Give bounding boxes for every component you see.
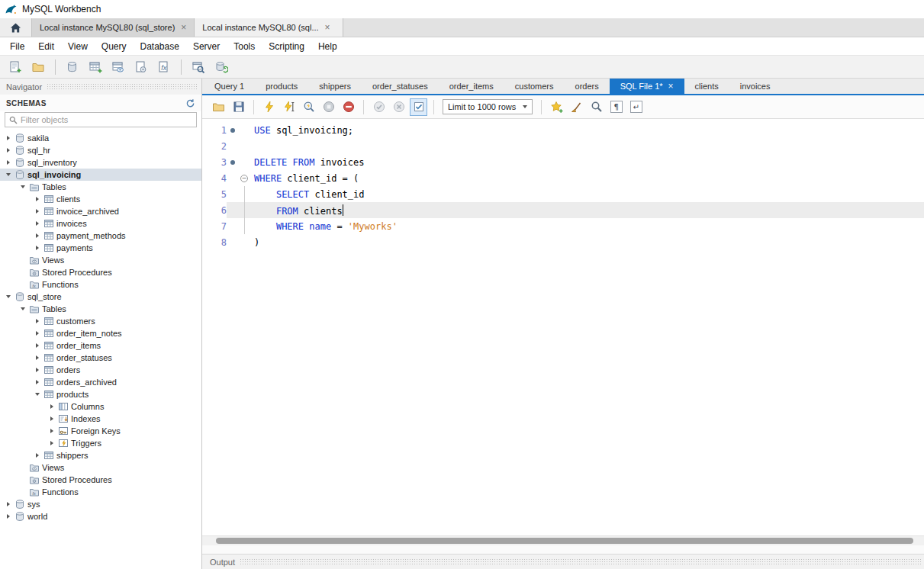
expand-arrow-icon[interactable] bbox=[32, 233, 42, 238]
collapse-arrow-icon[interactable] bbox=[3, 173, 13, 176]
menu-file[interactable]: File bbox=[3, 37, 31, 55]
limit-rows-dropdown[interactable]: Limit to 1000 rows bbox=[443, 99, 533, 114]
expand-arrow-icon[interactable] bbox=[32, 221, 42, 226]
tree-item-payment-methods[interactable]: payment_methods bbox=[0, 230, 201, 242]
tree-item-sakila[interactable]: sakila bbox=[0, 132, 201, 144]
tree-item-clients[interactable]: clients bbox=[0, 193, 201, 205]
tree-item-sql-store[interactable]: sql_store bbox=[0, 291, 201, 303]
query-tab-clients[interactable]: clients bbox=[684, 79, 729, 94]
scrollbar-thumb[interactable] bbox=[216, 538, 913, 544]
menu-database[interactable]: Database bbox=[134, 37, 186, 55]
tree-item-functions[interactable]: fxFunctions bbox=[0, 278, 201, 291]
expand-arrow-icon[interactable] bbox=[47, 429, 56, 433]
code-line-6[interactable]: 6 FROM clients bbox=[202, 202, 924, 218]
execute-icon[interactable] bbox=[260, 98, 278, 116]
code-line-1[interactable]: 1USE sql_invoicing; bbox=[202, 122, 924, 138]
code-line-2[interactable]: 2 bbox=[202, 138, 924, 154]
home-tab[interactable] bbox=[0, 18, 32, 37]
collapse-arrow-icon[interactable] bbox=[3, 295, 13, 298]
tree-item-world[interactable]: world bbox=[0, 510, 201, 522]
expand-arrow-icon[interactable] bbox=[32, 355, 42, 360]
menu-edit[interactable]: Edit bbox=[31, 37, 61, 55]
expand-arrow-icon[interactable] bbox=[47, 441, 56, 445]
expand-arrow-icon[interactable] bbox=[3, 502, 13, 506]
panel-splitter[interactable] bbox=[202, 545, 924, 554]
query-tab-orders[interactable]: orders bbox=[565, 79, 610, 94]
expand-arrow-icon[interactable] bbox=[32, 197, 42, 201]
create-view-icon[interactable] bbox=[109, 58, 127, 76]
create-schema-icon[interactable] bbox=[63, 58, 82, 76]
expand-arrow-icon[interactable] bbox=[47, 416, 56, 421]
tree-item-sql-invoicing[interactable]: sql_invoicing bbox=[0, 169, 201, 181]
new-sql-tab-icon[interactable] bbox=[6, 58, 24, 76]
expand-arrow-icon[interactable] bbox=[3, 148, 13, 153]
code-line-5[interactable]: 5 SELECT client_id bbox=[202, 186, 924, 202]
tree-item-products[interactable]: products bbox=[0, 388, 201, 400]
tree-item-tables[interactable]: Tables bbox=[0, 181, 201, 193]
tree-item-functions[interactable]: fxFunctions bbox=[0, 486, 201, 498]
autocommit-icon[interactable] bbox=[410, 98, 427, 116]
collapse-arrow-icon[interactable] bbox=[18, 307, 27, 310]
execute-current-icon[interactable] bbox=[280, 98, 298, 116]
rollback-icon[interactable] bbox=[390, 98, 407, 116]
code-line-7[interactable]: 7 WHERE name = 'Myworks' bbox=[202, 218, 924, 234]
collapse-arrow-icon[interactable] bbox=[32, 393, 42, 396]
expand-arrow-icon[interactable] bbox=[32, 343, 42, 348]
tree-item-triggers[interactable]: Triggers bbox=[0, 437, 201, 449]
search-data-icon[interactable] bbox=[189, 58, 208, 76]
stop-icon[interactable] bbox=[320, 98, 337, 116]
expand-arrow-icon[interactable] bbox=[3, 136, 13, 140]
expand-arrow-icon[interactable] bbox=[32, 331, 42, 336]
code-line-8[interactable]: 8) bbox=[202, 234, 924, 250]
connection-tab-2[interactable]: Local instance MySQL80 (sql...× bbox=[195, 18, 343, 37]
create-procedure-icon[interactable] bbox=[132, 58, 150, 76]
expand-arrow-icon[interactable] bbox=[32, 453, 42, 458]
tree-item-views[interactable]: Views bbox=[0, 461, 201, 474]
expand-arrow-icon[interactable] bbox=[32, 380, 42, 384]
tree-item-stored-procedures[interactable]: Stored Procedures bbox=[0, 266, 201, 278]
find-icon[interactable] bbox=[588, 98, 605, 116]
menu-server[interactable]: Server bbox=[186, 37, 227, 55]
expand-arrow-icon[interactable] bbox=[3, 160, 13, 165]
tree-item-foreign-keys[interactable]: Foreign Keys bbox=[0, 425, 201, 437]
query-tab-shippers[interactable]: shippers bbox=[308, 79, 362, 94]
tree-item-payments[interactable]: payments bbox=[0, 242, 201, 254]
create-function-icon[interactable]: fx bbox=[155, 58, 173, 76]
tree-item-orders-archived[interactable]: orders_archived bbox=[0, 376, 201, 388]
horizontal-scrollbar[interactable] bbox=[202, 535, 924, 545]
tree-item-order-items[interactable]: order_items bbox=[0, 339, 201, 352]
tree-item-invoice-archived[interactable]: invoice_archived bbox=[0, 205, 201, 217]
open-script-icon[interactable] bbox=[210, 98, 227, 116]
code-line-3[interactable]: 3DELETE FROM invoices bbox=[202, 154, 924, 170]
query-tab-query-1[interactable]: Query 1 bbox=[204, 79, 255, 94]
close-tab-icon[interactable]: × bbox=[668, 82, 674, 91]
menu-tools[interactable]: Tools bbox=[227, 37, 262, 55]
refresh-schemas-icon[interactable] bbox=[185, 98, 195, 108]
query-tab-products[interactable]: products bbox=[255, 79, 308, 94]
tree-item-sys[interactable]: sys bbox=[0, 498, 201, 510]
sql-editor[interactable]: 1USE sql_invoicing;23DELETE FROM invoice… bbox=[202, 119, 924, 535]
invisible-chars-icon[interactable]: ¶ bbox=[607, 98, 625, 116]
collapse-arrow-icon[interactable] bbox=[18, 185, 27, 188]
code-line-4[interactable]: 4–WHERE client_id = ( bbox=[202, 170, 924, 186]
close-tab-icon[interactable]: × bbox=[181, 23, 186, 32]
fold-collapse-icon[interactable]: – bbox=[240, 175, 248, 182]
stop-on-error-icon[interactable] bbox=[340, 98, 357, 116]
tree-item-orders[interactable]: orders bbox=[0, 364, 201, 376]
tree-item-order-item-notes[interactable]: order_item_notes bbox=[0, 327, 201, 339]
save-script-icon[interactable] bbox=[230, 98, 247, 116]
expand-arrow-icon[interactable] bbox=[32, 319, 42, 323]
tree-item-customers[interactable]: customers bbox=[0, 315, 201, 327]
menu-help[interactable]: Help bbox=[311, 37, 344, 55]
commit-icon[interactable] bbox=[370, 98, 388, 116]
expand-arrow-icon[interactable] bbox=[32, 209, 42, 214]
close-tab-icon[interactable]: × bbox=[325, 23, 330, 32]
menu-scripting[interactable]: Scripting bbox=[262, 37, 311, 55]
tree-item-shippers[interactable]: shippers bbox=[0, 449, 201, 461]
save-snippet-icon[interactable] bbox=[548, 98, 565, 116]
open-sql-script-icon[interactable] bbox=[29, 58, 47, 76]
connection-tab-1[interactable]: Local instance MySQL80 (sql_store)× bbox=[32, 18, 195, 37]
tree-item-tables[interactable]: Tables bbox=[0, 303, 201, 315]
create-table-icon[interactable] bbox=[86, 58, 105, 76]
explain-icon[interactable] bbox=[300, 98, 317, 116]
